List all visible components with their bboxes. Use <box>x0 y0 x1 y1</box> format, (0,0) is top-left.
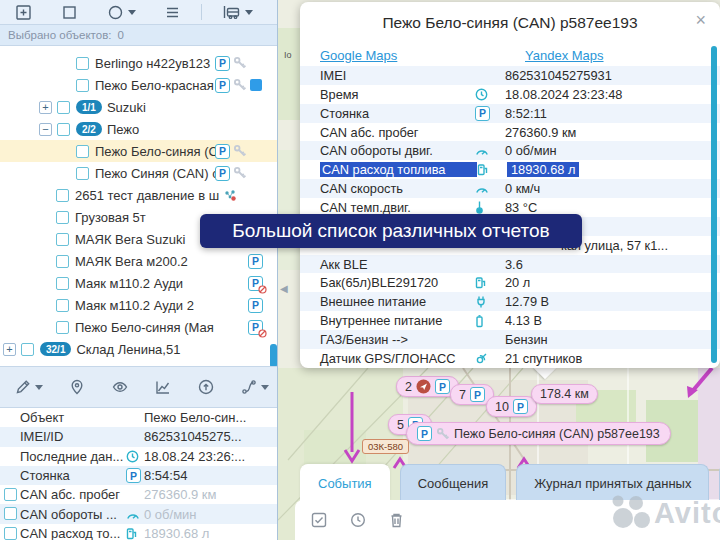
checkbox[interactable] <box>56 211 69 224</box>
select-frame-button[interactable] <box>60 3 79 22</box>
parking-icon: P <box>475 106 490 121</box>
checkbox[interactable] <box>56 233 69 246</box>
tab-события[interactable]: События <box>300 464 390 501</box>
checkbox[interactable] <box>4 507 17 520</box>
checkbox[interactable] <box>56 255 69 268</box>
tree-item[interactable]: +1/1Suzuki <box>0 96 277 118</box>
tree-item[interactable]: +32/1Склад Ленина,51 <box>0 338 277 360</box>
popup-row[interactable]: Бак(65л)BLE29172020 л <box>300 273 720 292</box>
popup-row[interactable]: CAN расход топлива18930.68 л <box>300 160 720 179</box>
checkbox[interactable] <box>56 299 69 312</box>
tree-item-label: Маяк м110.2 Ауди 2 <box>75 298 194 313</box>
vehicle-list-button[interactable] <box>221 3 253 21</box>
tree-item[interactable]: Маяк м110.2 АудиP <box>0 272 277 294</box>
info-icon-slot <box>126 450 144 463</box>
checkbox-button[interactable] <box>311 512 327 528</box>
map-label[interactable]: 03К-580 <box>362 439 409 454</box>
popup-row-value-text: 21 спутников <box>505 351 582 366</box>
list-view-button[interactable] <box>163 3 182 22</box>
tree-item[interactable]: 2651 тест давление в ш <box>0 184 277 206</box>
select-area-button[interactable] <box>14 3 33 22</box>
popup-row[interactable]: Внешнее питание12.79 В <box>300 292 720 311</box>
popup-row[interactable]: СтоянкаP8:52:11 <box>300 104 720 123</box>
checkbox[interactable] <box>76 145 89 158</box>
expand-icon[interactable]: + <box>39 101 52 114</box>
info-label: IMEI/ID <box>20 429 126 444</box>
checkbox[interactable] <box>76 167 89 180</box>
popup-row[interactable]: Время18.08.2024 23:23:48 <box>300 85 720 104</box>
map-links: Google MapsYandex Maps <box>300 44 720 66</box>
tree-item[interactable]: Пежо Бело-краснаяP <box>0 74 277 96</box>
map-label[interactable]: 178.4 км <box>531 384 598 404</box>
popup-row[interactable]: CAN обороты двиг.0 об/мин <box>300 141 720 160</box>
select-frame-icon <box>60 3 79 22</box>
checkbox[interactable] <box>56 277 69 290</box>
select-circle-button[interactable] <box>106 3 136 22</box>
fuel-icon <box>126 527 138 540</box>
checkbox[interactable] <box>57 101 70 114</box>
map-label-unit[interactable]: PПежо Бело-синяя (CAN) p587ee193 <box>406 422 671 445</box>
tree-item[interactable]: Пежо Бело-синяя (СP <box>0 140 277 162</box>
tree-item[interactable]: Пежо Синяя (CAN) сP <box>0 162 277 184</box>
popup-row[interactable]: CAN абс. пробег276360.9 км <box>300 123 720 142</box>
popup-row[interactable]: IMEI862531045275931 <box>300 66 720 85</box>
map-label-text: 178.4 км <box>540 387 589 401</box>
info-value: 0 об/мин <box>144 507 197 522</box>
popup-scrollbar[interactable] <box>711 46 717 363</box>
tree-item[interactable]: МАЯК Вега м200.2P <box>0 250 277 272</box>
collapse-panel-icon[interactable]: ◀ <box>280 284 288 294</box>
tree-item-icons: P <box>248 254 263 269</box>
tree-item[interactable]: Пежо Бело-синяя (МаяP <box>0 316 277 338</box>
popup-row[interactable]: ГАЗ/Бензин -->Бензин <box>300 330 720 349</box>
checkbox[interactable] <box>4 488 17 501</box>
tree-item-label: МАЯК Вега Suzuki <box>75 232 185 247</box>
collapse-icon[interactable]: − <box>39 123 52 136</box>
upload-button[interactable] <box>197 378 215 396</box>
pencil-button[interactable] <box>14 378 43 396</box>
map-label[interactable]: 10P <box>486 396 537 417</box>
route-button[interactable] <box>240 378 269 396</box>
map-label-text: 2 <box>405 380 412 394</box>
popup-row[interactable]: Акк BLE3.6 <box>300 255 720 274</box>
popup-row-label: Бак(65л)BLE291720 <box>300 275 475 290</box>
parking-off-icon: P <box>248 320 263 335</box>
chart-button[interactable] <box>154 378 172 396</box>
eye-button[interactable] <box>111 378 129 396</box>
tree-item-icons: P <box>248 298 263 313</box>
checkbox[interactable] <box>76 79 89 92</box>
popup-row[interactable]: Датчик GPS/ГЛОНАСС21 спутников <box>300 349 720 366</box>
checkbox[interactable] <box>21 343 34 356</box>
yandex-maps-link[interactable]: Yandex Maps <box>525 48 604 63</box>
clock-icon <box>475 88 488 101</box>
tree-item[interactable]: −2/2Пежо <box>0 118 277 140</box>
expand-icon[interactable]: + <box>3 343 16 356</box>
info-value: 18930.68 л <box>144 526 209 540</box>
popup-row[interactable]: CAN скорость0 км/ч <box>300 179 720 198</box>
info-row: CAN расход то...18930.68 л <box>0 524 277 540</box>
trash-button[interactable] <box>389 512 404 528</box>
close-icon[interactable]: × <box>695 11 706 29</box>
popup-row-label: Акк BLE <box>300 257 475 272</box>
checkbox[interactable] <box>57 123 70 136</box>
tree-item[interactable]: Berlingo н422ув123P <box>0 52 277 74</box>
tab-сообщения[interactable]: Сообщения <box>400 464 507 501</box>
popup-row-value-text: 18.08.2024 23:23:48 <box>505 87 622 102</box>
checkbox[interactable] <box>56 321 69 334</box>
tree-scrollbar-thumb[interactable] <box>270 344 277 368</box>
info-row: CAN обороты ...0 об/мин <box>0 504 277 523</box>
popup-row[interactable]: Внутреннее питание4.13 В <box>300 311 720 330</box>
pin-button[interactable] <box>68 378 86 396</box>
popup-row-label: Стоянка <box>300 106 475 121</box>
tree-item-label: Пежо Бело-красная <box>95 78 214 93</box>
tree-item-label: Пежо Бело-синяя (С <box>95 144 218 159</box>
google-maps-link[interactable]: Google Maps <box>320 48 525 63</box>
clock-gray-button[interactable] <box>350 512 366 528</box>
checkbox[interactable] <box>4 527 17 540</box>
checkbox[interactable] <box>56 189 69 202</box>
map-label-text: 5 <box>397 418 404 432</box>
tab-label: События <box>318 476 372 491</box>
popup-row-label-text: Внешнее питание <box>320 294 426 309</box>
checkbox[interactable] <box>76 57 89 70</box>
popup-row-icon-slot <box>477 163 507 176</box>
tree-item[interactable]: Маяк м110.2 Ауди 2P <box>0 294 277 316</box>
